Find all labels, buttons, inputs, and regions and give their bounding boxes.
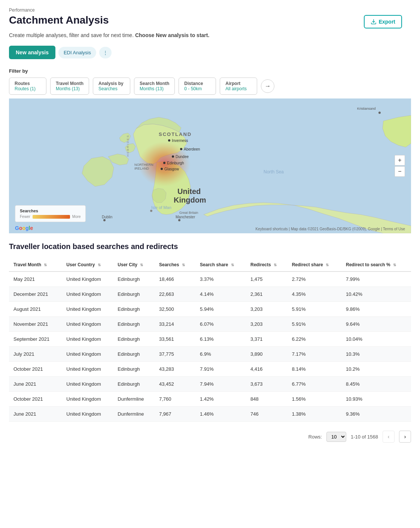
svg-text:IRELAND: IRELAND bbox=[134, 167, 149, 170]
svg-text:Dundee: Dundee bbox=[176, 155, 189, 159]
cell-row3-col0: November 2021 bbox=[9, 317, 62, 332]
svg-text:SCOTLAND: SCOTLAND bbox=[159, 131, 192, 137]
cell-row6-col1: United Kingdom bbox=[62, 362, 113, 377]
rows-per-page-select[interactable]: 10 25 50 bbox=[326, 432, 346, 442]
col-redirects[interactable]: Redirects ⇅ bbox=[246, 258, 287, 271]
cell-row9-col7: 9.36% bbox=[341, 407, 411, 422]
cell-row1-col4: 4.14% bbox=[195, 287, 246, 302]
map-legend: Searches Fewer More bbox=[15, 205, 86, 222]
cell-row9-col0: June 2021 bbox=[9, 407, 62, 422]
pagination-info: 1-10 of 1568 bbox=[351, 434, 378, 440]
pagination-prev-button[interactable]: ‹ bbox=[383, 431, 395, 443]
col-searches[interactable]: Searches ⇅ bbox=[155, 258, 195, 271]
cell-row9-col1: United Kingdom bbox=[62, 407, 113, 422]
svg-point-4 bbox=[161, 168, 163, 170]
svg-text:Inverness: Inverness bbox=[172, 139, 188, 143]
svg-text:NORTHERN: NORTHERN bbox=[134, 163, 153, 167]
cell-row0-col1: United Kingdom bbox=[62, 271, 113, 287]
cell-row8-col2: Dunfermline bbox=[113, 392, 155, 407]
filter-travel-month[interactable]: Travel Month Months (13) bbox=[50, 78, 89, 95]
cell-row4-col6: 6.22% bbox=[287, 332, 341, 347]
cell-row1-col7: 10.42% bbox=[341, 287, 411, 302]
cell-row5-col5: 3,890 bbox=[246, 347, 287, 362]
cell-row3-col1: United Kingdom bbox=[62, 317, 113, 332]
svg-point-2 bbox=[163, 162, 165, 164]
cell-row7-col5: 3,673 bbox=[246, 377, 287, 392]
cell-row2-col0: August 2021 bbox=[9, 302, 62, 317]
cell-row0-col4: 3.37% bbox=[195, 271, 246, 287]
cell-row5-col1: United Kingdom bbox=[62, 347, 113, 362]
filter-analysis-by[interactable]: Analysis by Searches bbox=[93, 78, 130, 95]
cell-row6-col2: Edinburgh bbox=[113, 362, 155, 377]
more-options-button[interactable]: ⋮ bbox=[99, 47, 112, 58]
table-row: June 2021United KingdomEdinburgh43,4527.… bbox=[9, 377, 411, 392]
cell-row9-col3: 7,967 bbox=[155, 407, 195, 422]
col-user-country[interactable]: User Country ⇅ bbox=[62, 258, 113, 271]
svg-point-22 bbox=[178, 219, 180, 221]
cell-row1-col0: December 2021 bbox=[9, 287, 62, 302]
cell-row9-col6: 1.38% bbox=[287, 407, 341, 422]
table-row: November 2021United KingdomEdinburgh33,2… bbox=[9, 317, 411, 332]
edi-analysis-tab[interactable]: EDI Analysis bbox=[58, 47, 96, 58]
col-user-city[interactable]: User City ⇅ bbox=[113, 258, 155, 271]
new-analysis-button[interactable]: New analysis bbox=[9, 46, 55, 59]
cell-row9-col5: 746 bbox=[246, 407, 287, 422]
col-redirect-to-search[interactable]: Redirect to search % ⇅ bbox=[341, 258, 411, 271]
filter-next-arrow[interactable]: → bbox=[261, 79, 274, 93]
sort-icon-travel-month: ⇅ bbox=[44, 263, 47, 267]
performance-label: Performance bbox=[9, 7, 411, 13]
svg-text:Manchester: Manchester bbox=[176, 215, 195, 219]
cell-row9-col2: Dunfermline bbox=[113, 407, 155, 422]
cell-row8-col5: 848 bbox=[246, 392, 287, 407]
svg-text:Great Britain: Great Britain bbox=[179, 211, 198, 215]
zoom-out-button[interactable]: − bbox=[395, 166, 405, 177]
svg-text:Kristiansand: Kristiansand bbox=[357, 107, 376, 110]
cell-row1-col3: 22,663 bbox=[155, 287, 195, 302]
filter-search-month[interactable]: Search Month Months (13) bbox=[134, 78, 175, 95]
cell-row4-col1: United Kingdom bbox=[62, 332, 113, 347]
col-search-share[interactable]: Search share ⇅ bbox=[195, 258, 246, 271]
cell-row7-col7: 8.45% bbox=[341, 377, 411, 392]
svg-text:Kingdom: Kingdom bbox=[174, 196, 206, 204]
table-row: October 2021United KingdomDunfermline7,7… bbox=[9, 392, 411, 407]
zoom-in-button[interactable]: + bbox=[395, 155, 405, 166]
cell-row5-col3: 37,775 bbox=[155, 347, 195, 362]
sort-icon-search-share: ⇅ bbox=[231, 263, 234, 267]
svg-text:United: United bbox=[177, 187, 201, 195]
cell-row4-col3: 33,561 bbox=[155, 332, 195, 347]
filter-routes[interactable]: Routes Routes (1) bbox=[9, 78, 46, 95]
pagination-next-button[interactable]: › bbox=[399, 431, 411, 443]
legend-max: More bbox=[72, 215, 81, 219]
filters-row: Routes Routes (1) Travel Month Months (1… bbox=[9, 78, 411, 95]
cell-row7-col4: 7.94% bbox=[195, 377, 246, 392]
filter-distance[interactable]: Distance 0 - 50km bbox=[179, 78, 216, 95]
cell-row3-col3: 33,214 bbox=[155, 317, 195, 332]
cell-row3-col6: 5.91% bbox=[287, 317, 341, 332]
cell-row5-col0: July 2021 bbox=[9, 347, 62, 362]
cell-row8-col6: 1.56% bbox=[287, 392, 341, 407]
data-table: Travel Month ⇅ User Country ⇅ User City … bbox=[9, 258, 411, 422]
svg-text:H E B R I D E S: H E B R I D E S bbox=[126, 136, 130, 157]
export-button[interactable]: Export bbox=[364, 15, 402, 28]
col-travel-month[interactable]: Travel Month ⇅ bbox=[9, 258, 62, 271]
sort-icon-user-country: ⇅ bbox=[98, 263, 101, 267]
table-header-row: Travel Month ⇅ User Country ⇅ User City … bbox=[9, 258, 411, 271]
cell-row2-col2: Edinburgh bbox=[113, 302, 155, 317]
map-container: Edinburgh Glasgow Dundee Aberdeen Invern… bbox=[9, 98, 411, 233]
col-redirect-share[interactable]: Redirect share ⇅ bbox=[287, 258, 341, 271]
svg-text:Dublin: Dublin bbox=[102, 215, 112, 219]
table-row: June 2021United KingdomDunfermline7,9671… bbox=[9, 407, 411, 422]
export-icon bbox=[371, 19, 377, 25]
cell-row1-col6: 4.35% bbox=[287, 287, 341, 302]
map-keyboard-shortcuts: Keyboard shortcuts | Map data ©2021 GeoB… bbox=[256, 227, 405, 231]
cell-row1-col1: United Kingdom bbox=[62, 287, 113, 302]
cell-row2-col6: 5.91% bbox=[287, 302, 341, 317]
svg-point-10 bbox=[168, 139, 170, 142]
cell-row5-col7: 10.3% bbox=[341, 347, 411, 362]
cell-row5-col2: Edinburgh bbox=[113, 347, 155, 362]
cell-row5-col6: 7.17% bbox=[287, 347, 341, 362]
filter-airport[interactable]: Airport All airports bbox=[220, 78, 257, 95]
google-attribution: Google bbox=[15, 225, 33, 231]
sort-icon-user-city: ⇅ bbox=[140, 263, 143, 267]
table-row: August 2021United KingdomEdinburgh32,500… bbox=[9, 302, 411, 317]
